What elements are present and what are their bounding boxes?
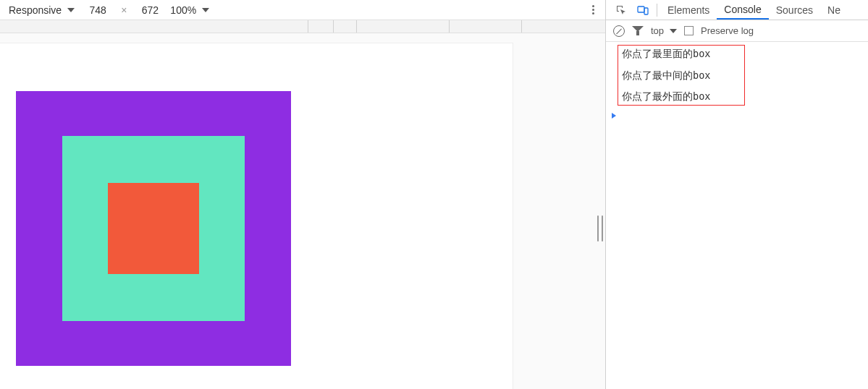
tab-elements[interactable]: Elements — [660, 0, 717, 20]
clear-console-icon[interactable] — [613, 25, 625, 37]
chevron-down-icon — [202, 8, 209, 12]
chevron-down-icon — [67, 8, 75, 12]
tab-sources[interactable]: Sources — [769, 0, 820, 20]
breakpoint-ruler[interactable] — [0, 20, 605, 33]
chevron-down-icon — [670, 29, 677, 33]
console-message: 你点了最里面的box — [606, 43, 868, 65]
console-output: 你点了最里面的box 你点了最中间的box 你点了最外面的box — [606, 42, 868, 389]
inspect-element-icon[interactable] — [615, 4, 628, 17]
rendered-page-pane: Responsive 748 × 672 100% — [0, 0, 605, 389]
execution-context-select[interactable]: top — [651, 25, 677, 36]
page-frame — [0, 43, 513, 389]
device-toolbar: Responsive 748 × 672 100% — [0, 0, 605, 20]
filter-icon[interactable] — [632, 26, 644, 36]
outer-box[interactable] — [16, 91, 291, 366]
devtools-pane: Elements Console Sources Ne top Preserve… — [605, 0, 868, 389]
dimension-separator: × — [121, 4, 127, 16]
viewport-height-input[interactable]: 672 — [135, 4, 164, 16]
device-mode-label: Responsive — [9, 4, 62, 16]
console-message: 你点了最中间的box — [606, 65, 868, 87]
preserve-log-label: Preserve log — [701, 25, 754, 36]
svg-rect-1 — [644, 8, 648, 14]
console-toolbar: top Preserve log — [606, 20, 868, 42]
chevron-right-icon — [612, 113, 616, 119]
inner-box[interactable] — [108, 183, 199, 274]
preserve-log-checkbox[interactable] — [684, 26, 694, 35]
zoom-select[interactable]: 100% — [170, 4, 209, 16]
viewport-area — [0, 33, 605, 389]
zoom-label: 100% — [170, 4, 196, 16]
console-message: 你点了最外面的box — [606, 86, 868, 108]
context-label: top — [651, 25, 664, 36]
console-prompt[interactable] — [606, 108, 868, 124]
device-mode-select[interactable]: Responsive — [6, 3, 77, 17]
tab-next-partial[interactable]: Ne — [820, 0, 848, 20]
devtools-tabs: Elements Console Sources Ne — [606, 0, 868, 20]
tab-console[interactable]: Console — [717, 0, 768, 20]
viewport-width-input[interactable]: 748 — [83, 4, 112, 16]
svg-rect-0 — [638, 7, 644, 12]
more-options-button[interactable] — [586, 4, 599, 17]
middle-box[interactable] — [62, 136, 245, 321]
pane-resize-handle[interactable] — [595, 211, 605, 246]
toggle-device-toolbar-icon[interactable] — [636, 4, 649, 17]
